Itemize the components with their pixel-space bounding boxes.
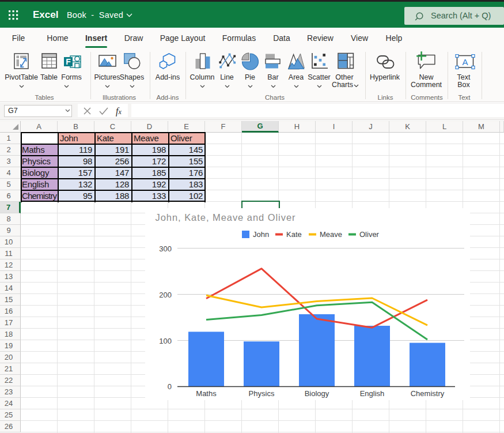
svg-text:English: English [360,389,385,398]
svg-text:Kate: Kate [286,230,302,239]
svg-text:F: F [66,57,71,66]
svg-text:A: A [462,57,468,67]
svg-text:Maths: Maths [196,389,217,398]
svg-text:0: 0 [168,382,172,391]
svg-text:300: 300 [159,244,172,253]
svg-text:John: John [253,230,269,239]
svg-text:Chemistry: Chemistry [411,389,445,398]
svg-text:Meave: Meave [320,230,342,239]
svg-text:John, Kate, Meave and Oliver: John, Kate, Meave and Oliver [156,212,296,223]
svg-text:100: 100 [159,337,172,345]
svg-text:Oliver: Oliver [359,230,380,239]
svg-text:Physics: Physics [249,389,275,398]
svg-text:Biology: Biology [305,389,329,398]
svg-text:200: 200 [159,291,172,299]
